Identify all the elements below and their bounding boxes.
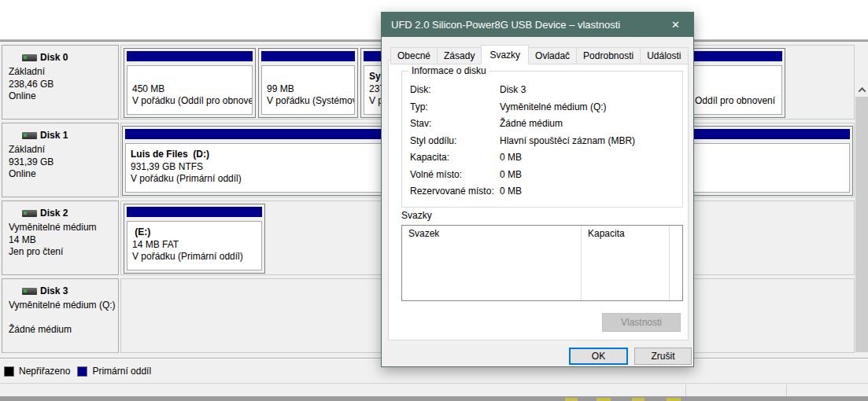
cancel-button[interactable]: Zrušit — [634, 348, 692, 365]
legend-item-unallocated: Nepřiřazeno — [4, 366, 70, 377]
disk-spacer — [9, 312, 118, 325]
tab-svazky[interactable]: Svazky — [481, 45, 529, 64]
disk-management-window: Disk 0 Základní 238,46 GB Online 450 MB … — [0, 0, 868, 401]
field-row-rezervovane-misto: Rezervované místo: 0 MB — [410, 186, 678, 203]
partition-name — [132, 71, 248, 83]
column-header-svazek[interactable]: Svazek — [402, 226, 582, 300]
primary-partition-bar — [127, 51, 253, 61]
disk-drive-icon — [22, 54, 37, 61]
field-label: Volné místo: — [410, 169, 500, 186]
legend: Nepřiřazeno Primární oddíl — [4, 366, 151, 377]
primary-partition-bar — [127, 207, 262, 217]
legend-label: Primární oddíl — [92, 366, 151, 377]
taskbar-icon-sliver — [667, 398, 681, 401]
close-icon[interactable]: ✕ — [658, 13, 693, 37]
partition-name — [267, 71, 350, 83]
field-label: Rezervované místo: — [410, 186, 500, 203]
status-separator — [685, 384, 686, 396]
partition-size: 450 MB — [132, 83, 248, 96]
volumes-listview[interactable]: Svazek Kapacita — [401, 225, 683, 301]
scrollbar-thumb[interactable] — [855, 97, 868, 352]
field-value: Vyměnitelné médium (Q:) — [500, 101, 678, 119]
disk-type: Základní — [9, 144, 118, 156]
status-separator — [786, 384, 787, 396]
unallocated-swatch — [4, 366, 14, 377]
disk-panel-disk2[interactable]: Disk 2 Vyměnitelné médium 14 MB Jen pro … — [2, 200, 119, 275]
disk-status: Žádné médium — [9, 324, 118, 337]
field-label: Styl oddílu: — [410, 135, 500, 153]
status-bar — [0, 383, 868, 396]
disk-size: 14 MB — [9, 234, 118, 247]
disk-size: 238,46 GB — [9, 79, 118, 91]
partition-size: 99 MB — [267, 83, 350, 96]
tab-zasady[interactable]: Zásady — [437, 47, 482, 64]
disk-info-groupbox: Informace o disku Disk: Disk 3 Typ: Vymě… — [401, 71, 683, 208]
svazky-tab-page: Informace o disku Disk: Disk 3 Typ: Vymě… — [388, 60, 689, 340]
partition-status: V pořádku (Oddíl pro obnoven — [132, 95, 248, 108]
tab-udalosti[interactable]: Události — [640, 47, 688, 64]
taskbar-icon-sliver — [565, 398, 578, 401]
disk-panel-disk1[interactable]: Disk 1 Základní 931,39 GB Online — [2, 123, 119, 197]
legend-item-primary: Primární oddíl — [77, 366, 151, 377]
partition-name — [695, 71, 780, 83]
disk-status: Online — [9, 90, 118, 103]
field-row-stav: Stav: Žádné médium — [410, 118, 678, 135]
field-value: 0 MB — [500, 186, 678, 203]
scrollbar-up-icon[interactable] — [855, 83, 868, 97]
legend-label: Nepřiřazeno — [19, 366, 70, 377]
disk1-header: Disk 1 — [2, 123, 118, 144]
primary-partition-bar — [261, 51, 355, 61]
disk-panel-disk0[interactable]: Disk 0 Základní 238,46 GB Online — [2, 45, 119, 120]
partition-99mb[interactable]: 99 MB V pořádku (Systémovy — [258, 48, 358, 118]
vlastnosti-button[interactable]: Vlastnosti — [602, 313, 681, 332]
disk-type: Vyměnitelné médium (Q:) — [9, 300, 118, 312]
primary-partition-bar — [691, 51, 782, 61]
dialog-tabs: Obecné Zásady Svazky Ovladač Podrobnosti… — [390, 44, 688, 64]
field-value: 0 MB — [500, 169, 678, 186]
field-value: Hlavní spouštěcí záznam (MBR) — [500, 135, 678, 153]
taskbar-icon-sliver — [632, 398, 645, 401]
partition-name: (E:) — [132, 226, 257, 239]
volumes-label: Svazky — [401, 210, 432, 221]
disk-size: 931,39 GB — [9, 156, 118, 169]
disk-info-fields: Disk: Disk 3 Typ: Vyměnitelné médium (Q:… — [410, 84, 678, 203]
groupbox-title: Informace o disku — [408, 65, 489, 76]
tab-ovladac[interactable]: Ovladač — [528, 47, 577, 64]
tab-podrobnosti[interactable]: Podrobnosti — [576, 47, 641, 64]
disk-drive-icon — [22, 210, 37, 217]
properties-dialog: UFD 2.0 Silicon-Power8G USB Device – vla… — [381, 12, 694, 367]
partition-e-drive[interactable]: (E:) 14 MB FAT V pořádku (Primární oddíl… — [124, 204, 265, 274]
field-row-volne-misto: Volné místo: 0 MB — [410, 169, 678, 186]
disk-panel-disk3[interactable]: Disk 3 Vyměnitelné médium (Q:) Žádné méd… — [2, 278, 119, 353]
field-value: 0 MB — [500, 152, 678, 169]
field-row-kapacita: Kapacita: 0 MB — [410, 152, 678, 169]
disk0-header: Disk 0 — [2, 46, 118, 66]
dialog-title: UFD 2.0 Silicon-Power8G USB Device – vla… — [391, 19, 620, 31]
disk-name: Disk 0 — [40, 52, 68, 63]
tab-obecne[interactable]: Obecné — [390, 47, 438, 64]
field-label: Typ: — [410, 101, 500, 119]
partition-status: V pořádku (Systémovy — [267, 95, 350, 108]
partition-status: V pořádku (Primární oddíl) — [132, 251, 257, 263]
dialog-titlebar[interactable]: UFD 2.0 Silicon-Power8G USB Device – vla… — [382, 13, 693, 37]
taskbar-edge — [0, 396, 868, 401]
field-row-typ: Typ: Vyměnitelné médium (Q:) — [410, 101, 678, 119]
disk3-header: Disk 3 — [2, 279, 118, 300]
ok-button[interactable]: OK — [569, 348, 628, 365]
column-header-kapacita[interactable]: Kapacita — [582, 226, 670, 300]
field-row-styl-oddilu: Styl oddílu: Hlavní spouštěcí záznam (MB… — [410, 135, 678, 153]
primary-partition-swatch — [77, 366, 87, 377]
disk-type: Vyměnitelné médium — [9, 222, 118, 234]
field-label: Disk: — [410, 84, 500, 101]
disk-name: Disk 1 — [40, 130, 68, 141]
partition-450mb[interactable]: 450 MB V pořádku (Oddíl pro obnoven — [124, 48, 256, 118]
partition-recovery[interactable]: Oddíl pro obnovení — [688, 48, 785, 118]
disk-name: Disk 3 — [40, 285, 68, 296]
disk-status: Online — [9, 168, 118, 181]
column-header-stub — [670, 226, 682, 300]
taskbar-icon-sliver — [597, 398, 611, 401]
disk-drive-icon — [22, 132, 37, 139]
field-value: Žádné médium — [500, 118, 678, 135]
partition-size — [695, 83, 780, 96]
vertical-scrollbar — [855, 83, 868, 399]
